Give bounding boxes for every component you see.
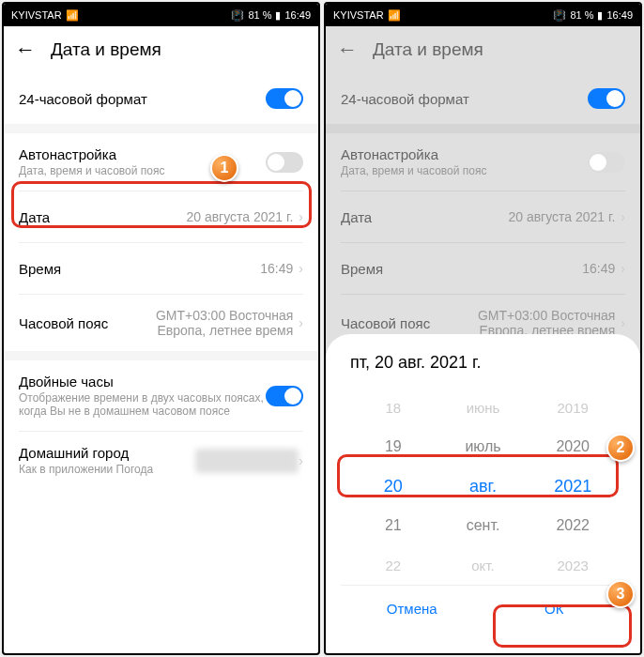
picker-col-month[interactable]: июнь июль авг. сент. окт.: [438, 388, 529, 585]
battery-text: 81 %: [248, 9, 271, 21]
toggle-autoset[interactable]: [588, 152, 625, 173]
phone-left: KYIVSTAR📶 📳81 %▮16:49 ← Дата и время 24-…: [2, 2, 320, 655]
label-time: Время: [341, 261, 582, 277]
value-tz: GMT+03:00 Восточная Европа, летнее время: [143, 308, 293, 338]
battery-icon: ▮: [597, 9, 603, 22]
label-tz: Часовой пояс: [341, 315, 465, 331]
header: ← Дата и время: [4, 26, 318, 73]
cancel-button[interactable]: Отмена: [341, 586, 483, 632]
row-24h-format[interactable]: 24-часовой формат: [4, 73, 318, 124]
picker-actions: Отмена ОК: [341, 585, 625, 632]
row-time[interactable]: Время 16:49 ›: [4, 243, 318, 294]
row-date[interactable]: Дата 20 августа 2021 г. ›: [4, 191, 318, 242]
picker-year[interactable]: 2023: [528, 545, 618, 585]
picker-day[interactable]: 18: [348, 388, 438, 427]
picker-month-selected[interactable]: авг.: [438, 466, 529, 506]
badge-1: 1: [210, 154, 238, 182]
picker-year[interactable]: 2020: [528, 427, 618, 466]
picker-year[interactable]: 2019: [528, 388, 618, 427]
blurred-value: [195, 449, 299, 473]
picker-col-year[interactable]: 2019 2020 2021 2022 2023: [528, 388, 618, 585]
sub-dualclock: Отображение времени в двух часовых пояса…: [19, 391, 266, 418]
label-autoset: Автонастройка: [341, 146, 588, 162]
picker-month[interactable]: сент.: [438, 506, 529, 545]
status-bar: KYIVSTAR📶 📳81 %▮16:49: [4, 4, 318, 26]
phone-right: KYIVSTAR📶 📳81 %▮16:49 ← Дата и время 24-…: [324, 2, 642, 655]
row-autoset[interactable]: Автонастройка Дата, время и часовой пояс: [326, 133, 640, 191]
value-time: 16:49: [260, 261, 293, 276]
date-picker-modal: пт, 20 авг. 2021 г. 18 19 20 21 22 июнь …: [326, 334, 640, 653]
picker-day-selected[interactable]: 20: [348, 466, 438, 506]
chevron-icon: ›: [299, 261, 303, 276]
back-icon[interactable]: ←: [15, 38, 36, 62]
chevron-icon: ›: [299, 209, 303, 224]
label-tz: Часовой пояс: [19, 315, 143, 331]
picker-year-selected[interactable]: 2021: [528, 466, 618, 506]
row-time[interactable]: Время 16:49 ›: [326, 243, 640, 294]
row-dualclock[interactable]: Двойные часы Отображение времени в двух …: [4, 360, 318, 431]
vibrate-icon: 📳: [553, 9, 566, 22]
row-homecity[interactable]: Домашний город Как в приложении Погода ›: [4, 432, 318, 489]
row-24h-format[interactable]: 24-часовой формат: [326, 73, 640, 124]
carrier: KYIVSTAR: [333, 9, 384, 21]
picker-month[interactable]: июнь: [438, 388, 529, 427]
picker-day[interactable]: 22: [348, 545, 438, 585]
picker-day[interactable]: 19: [348, 427, 438, 466]
header: ← Дата и время: [326, 26, 640, 73]
label-24h: 24-часовой формат: [19, 91, 266, 107]
picker-month[interactable]: июль: [438, 427, 529, 466]
chevron-icon: ›: [621, 315, 625, 330]
page-title: Дата и время: [51, 39, 161, 60]
sub-homecity: Как в приложении Погода: [19, 463, 195, 476]
ok-button[interactable]: ОК: [483, 586, 626, 632]
battery-icon: ▮: [275, 9, 281, 22]
row-date[interactable]: Дата 20 августа 2021 г. ›: [326, 191, 640, 242]
row-autoset[interactable]: Автонастройка Дата, время и часовой пояс: [4, 133, 318, 191]
wifi-icon: 📶: [388, 9, 401, 22]
back-icon[interactable]: ←: [337, 38, 358, 62]
sub-autoset: Дата, время и часовой пояс: [341, 164, 588, 177]
label-date: Дата: [19, 209, 186, 225]
toggle-24h[interactable]: [266, 88, 303, 109]
toggle-24h[interactable]: [588, 88, 625, 109]
label-24h: 24-часовой формат: [341, 91, 588, 107]
wifi-icon: 📶: [66, 9, 79, 22]
label-time: Время: [19, 261, 260, 277]
picker-month[interactable]: окт.: [438, 545, 529, 585]
page-title: Дата и время: [373, 39, 483, 60]
chevron-icon: ›: [621, 261, 625, 276]
picker-col-day[interactable]: 18 19 20 21 22: [348, 388, 438, 585]
value-time: 16:49: [582, 261, 615, 276]
badge-3: 3: [606, 580, 635, 608]
row-timezone[interactable]: Часовой пояс GMT+03:00 Восточная Европа,…: [4, 295, 318, 351]
clock-text: 16:49: [284, 9, 311, 21]
battery-text: 81 %: [570, 9, 593, 21]
clock-text: 16:49: [606, 9, 633, 21]
carrier: KYIVSTAR: [11, 9, 62, 21]
label-dualclock: Двойные часы: [19, 374, 266, 390]
picker-day[interactable]: 21: [348, 506, 438, 545]
label-date: Дата: [341, 209, 508, 225]
chevron-icon: ›: [299, 453, 303, 468]
label-homecity: Домашний город: [19, 445, 195, 461]
toggle-autoset[interactable]: [266, 152, 303, 173]
toggle-dualclock[interactable]: [266, 386, 303, 406]
value-date: 20 августа 2021 г.: [508, 209, 615, 224]
value-date: 20 августа 2021 г.: [186, 209, 293, 224]
vibrate-icon: 📳: [231, 9, 244, 22]
picker-title: пт, 20 авг. 2021 г.: [341, 353, 625, 373]
badge-2: 2: [606, 434, 635, 462]
picker-columns[interactable]: 18 19 20 21 22 июнь июль авг. сент. окт.…: [341, 388, 625, 585]
chevron-icon: ›: [299, 315, 303, 330]
chevron-icon: ›: [621, 209, 625, 224]
status-bar: KYIVSTAR📶 📳81 %▮16:49: [326, 4, 640, 26]
picker-year[interactable]: 2022: [528, 506, 618, 545]
